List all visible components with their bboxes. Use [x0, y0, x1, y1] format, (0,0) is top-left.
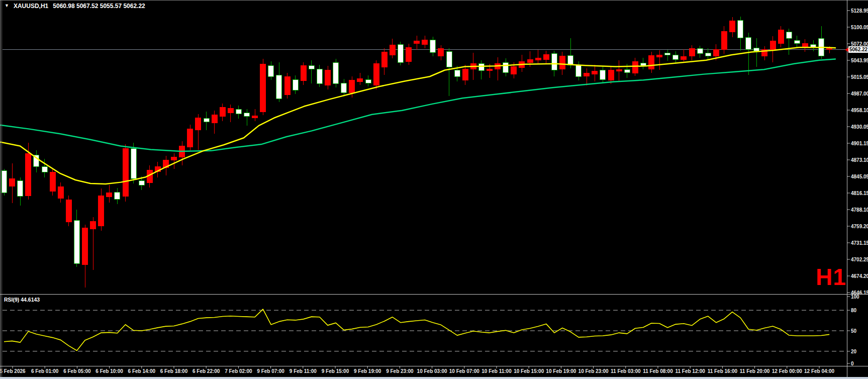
- price-axis-label: 4759.20: [851, 224, 868, 229]
- time-axis-label: 10 Feb 07:00: [449, 368, 479, 374]
- time-axis-label: 9 Feb 11:00: [290, 368, 317, 374]
- timeframe-watermark: H1: [816, 263, 846, 291]
- current-price-tag: 5062.22: [848, 46, 868, 53]
- time-axis-label: 10 Feb 23:00: [578, 368, 609, 374]
- price-axis-label: 5072.00: [851, 41, 868, 47]
- time-axis-label: 11 Feb 08:00: [643, 368, 672, 374]
- time-axis-label: 6 Feb 05:00: [63, 368, 90, 374]
- price-axis-label: 4930.05: [851, 124, 868, 130]
- time-axis-label: 5 Feb 2026: [0, 368, 26, 374]
- time-axis-label: 11 Feb 20:00: [740, 368, 769, 374]
- price-axis-label: 5100.05: [851, 25, 868, 30]
- time-axis-label: 9 Feb 07:00: [257, 368, 284, 374]
- price-axis-label: 4873.10: [851, 157, 868, 163]
- price-axis-label: 4845.05: [851, 174, 868, 179]
- axis-vertical-border: [847, 0, 847, 377]
- price-axis-label: 5015.05: [851, 74, 868, 80]
- price-axis-label: 4702.25: [851, 257, 868, 262]
- rsi-indicator-label: RSI(9) 44.6143: [4, 297, 40, 303]
- time-axis-label: 6 Feb 18:00: [160, 368, 187, 374]
- time-axis-label: 11 Feb 12:00: [675, 368, 705, 374]
- window-left-border-inner: [2, 0, 2, 377]
- time-axis-label: 9 Feb 19:00: [354, 368, 381, 374]
- time-axis-label: 10 Feb 03:00: [417, 368, 447, 374]
- time-axis-label: 6 Feb 22:00: [192, 368, 220, 374]
- price-axis-label: 4901.15: [851, 141, 868, 146]
- rsi-axis-label: 100: [851, 294, 859, 300]
- time-axis-label: 11 Feb 03:00: [611, 368, 640, 374]
- time-axis-label: 9 Feb 23:00: [386, 368, 413, 374]
- rsi-axis-label: 0: [851, 361, 854, 366]
- window-top-border: [0, 0, 868, 1]
- price-axis-label: 4674.20: [851, 273, 868, 279]
- chart-rsi-separator[interactable]: [0, 294, 868, 295]
- price-axis-label: 4788.10: [851, 207, 868, 213]
- rsi-axis-label: 80: [851, 308, 856, 313]
- chart-title-bar: ▼ XAUUSD,H1 5060.98 5067.52 5055.57 5062…: [5, 3, 145, 10]
- rsi-axis-label: 50: [851, 328, 856, 334]
- price-chart-canvas[interactable]: [0, 0, 868, 379]
- time-axis-label: 11 Feb 16:00: [708, 368, 737, 374]
- symbol-dropdown-icon[interactable]: ▼: [5, 3, 9, 8]
- price-axis-label: 4987.00: [851, 91, 868, 97]
- time-axis-label: 10 Feb 15:00: [514, 368, 544, 374]
- time-axis-label: 12 Feb 04:00: [804, 368, 834, 374]
- chart-window: ▼ XAUUSD,H1 5060.98 5067.52 5055.57 5062…: [0, 0, 868, 379]
- price-axis-label: 4958.10: [851, 108, 868, 113]
- time-axis-label: 10 Feb 11:00: [481, 368, 511, 374]
- time-axis-label: 12 Feb 00:00: [772, 368, 802, 374]
- price-axis-label: 5043.95: [851, 58, 868, 63]
- time-axis-label: 6 Feb 14:00: [128, 368, 155, 374]
- time-axis-label: 7 Feb 02:00: [225, 368, 252, 374]
- current-price-value: 5062.22: [849, 47, 867, 52]
- time-axis-label: 6 Feb 10:00: [95, 368, 123, 374]
- time-axis-label: 9 Feb 15:00: [322, 368, 349, 374]
- bid-arrow-icon: [845, 48, 848, 52]
- time-axis-label: 10 Feb 19:00: [546, 368, 576, 374]
- symbol-period-label: XAUUSD,H1: [14, 3, 48, 10]
- price-axis-label: 4731.15: [851, 240, 868, 246]
- price-axis-label: 5128.95: [851, 8, 868, 14]
- window-left-border: [0, 0, 1, 377]
- price-axis-label: 4816.15: [851, 191, 868, 196]
- time-axis-label: 6 Feb 01:00: [31, 368, 58, 374]
- window-bottom-edge: [0, 377, 868, 379]
- ohlc-values-label: 5060.98 5067.52 5055.57 5062.22: [53, 3, 145, 10]
- rsi-axis-label: 20: [851, 348, 856, 354]
- rsi-time-separator: [0, 366, 868, 366]
